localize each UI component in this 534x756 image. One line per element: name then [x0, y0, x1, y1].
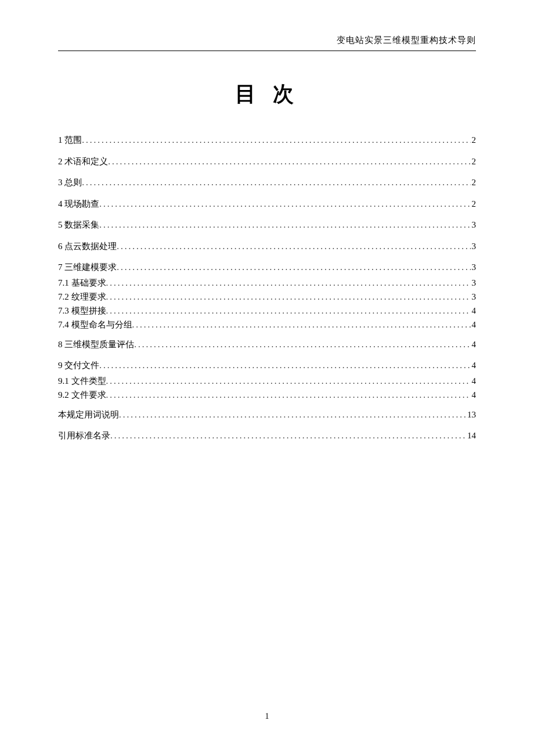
toc-entry-page: 2: [471, 174, 477, 191]
toc-leader-dots: [82, 174, 470, 191]
running-header-title: 变电站实景三维模型重构技术导则: [58, 35, 476, 49]
toc-leader-dots: [108, 153, 470, 170]
toc-entry: 5 数据采集3: [58, 217, 476, 233]
page-title: 目 次: [0, 80, 534, 109]
toc-leader-dots: [134, 336, 470, 353]
toc-entry: 引用标准名录14: [58, 427, 476, 444]
toc-entry-label: 9 交付文件: [58, 357, 99, 374]
toc-entry-page: 2: [471, 153, 477, 170]
toc-entry: 7.1 基础要求3: [58, 276, 476, 290]
toc-entry: 8 三维模型质量评估4: [58, 336, 476, 353]
toc-entry-page: 4: [471, 304, 477, 318]
toc-entry-label: 7 三维建模要求: [58, 259, 117, 276]
toc-entry: 7.4 模型命名与分组4: [58, 318, 476, 332]
toc-entry: 9 交付文件4: [58, 357, 476, 374]
toc-leader-dots: [99, 196, 470, 213]
toc-leader-dots: [119, 406, 466, 423]
toc-leader-dots: [106, 304, 471, 318]
toc-entry: 7 三维建模要求3: [58, 259, 476, 276]
toc-entry: 2 术语和定义2: [58, 153, 476, 170]
toc-entry: 7.2 纹理要求3: [58, 290, 476, 304]
toc-entry-label: 7.1 基础要求: [58, 276, 106, 290]
toc-entry: 4 现场勘查2: [58, 196, 476, 213]
toc-leader-dots: [99, 357, 470, 374]
toc-entry-label: 7.2 纹理要求: [58, 290, 106, 304]
toc-entry-page: 2: [471, 132, 477, 149]
toc-entry-label: 1 范围: [58, 132, 82, 149]
toc-leader-dots: [117, 259, 470, 276]
toc-leader-dots: [106, 374, 471, 388]
toc-entry-label: 9.2 文件要求: [58, 388, 106, 402]
toc-leader-dots: [106, 290, 471, 304]
toc-entry-page: 4: [471, 388, 477, 402]
toc-leader-dots: [82, 132, 470, 149]
toc-leader-dots: [99, 217, 470, 233]
toc-leader-dots: [132, 318, 471, 332]
toc-entry-page: 4: [471, 336, 477, 353]
toc-entry-page: 4: [471, 374, 477, 388]
toc-entry-page: 13: [466, 406, 476, 423]
toc-entry-label: 4 现场勘查: [58, 196, 99, 213]
toc-leader-dots: [117, 238, 470, 255]
toc-entry-page: 4: [471, 318, 477, 332]
toc-entry: 9.1 文件类型4: [58, 374, 476, 388]
toc-entry: 7.3 模型拼接4: [58, 304, 476, 318]
toc-entry-page: 2: [471, 196, 477, 213]
toc-entry-label: 5 数据采集: [58, 217, 99, 233]
toc-entry-label: 2 术语和定义: [58, 153, 108, 170]
header-rule: [58, 51, 476, 51]
toc-entry-label: 7.4 模型命名与分组: [58, 318, 132, 332]
toc-leader-dots: [110, 427, 466, 444]
toc-entry: 本规定用词说明13: [58, 406, 476, 423]
page-number: 1: [0, 712, 534, 721]
toc-leader-dots: [106, 388, 471, 402]
toc-entry-label: 3 总则: [58, 174, 82, 191]
toc-entry-page: 3: [471, 276, 477, 290]
toc-entry-page: 4: [471, 357, 477, 374]
toc-entry-label: 引用标准名录: [58, 427, 110, 444]
toc-entry: 1 范围2: [58, 132, 476, 149]
toc-entry: 6 点云数据处理3: [58, 238, 476, 255]
toc-entry: 3 总则2: [58, 174, 476, 191]
toc-entry-page: 3: [471, 238, 477, 255]
toc-entry-label: 7.3 模型拼接: [58, 304, 106, 318]
page-header: 变电站实景三维模型重构技术导则: [0, 0, 534, 51]
toc-entry-page: 3: [471, 290, 477, 304]
toc-entry-page: 3: [471, 259, 477, 276]
toc-entry-label: 8 三维模型质量评估: [58, 336, 134, 353]
toc-entry: 9.2 文件要求4: [58, 388, 476, 402]
toc-leader-dots: [106, 276, 471, 290]
table-of-contents: 1 范围22 术语和定义23 总则24 现场勘查25 数据采集36 点云数据处理…: [0, 132, 534, 444]
toc-entry-label: 9.1 文件类型: [58, 374, 106, 388]
toc-entry-page: 3: [471, 217, 477, 233]
toc-entry-label: 本规定用词说明: [58, 406, 119, 423]
toc-entry-label: 6 点云数据处理: [58, 238, 117, 255]
toc-entry-page: 14: [466, 427, 476, 444]
